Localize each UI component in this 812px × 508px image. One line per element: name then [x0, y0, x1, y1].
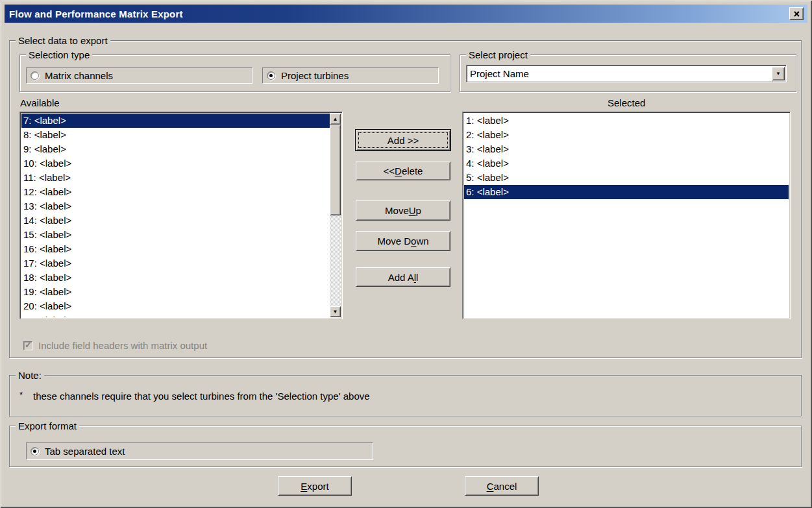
list-item-label: 4: <label>	[466, 158, 509, 169]
available-scrollbar[interactable]: ▲ ▼	[330, 114, 341, 317]
list-item-label: 13: <label>	[23, 200, 71, 212]
available-listbox: 7: <label> 8: <label> 9: <label> 10: <la…	[19, 112, 343, 319]
list-item[interactable]: 3: <label>	[464, 142, 789, 156]
list-item[interactable]: 9: <label>	[21, 142, 330, 156]
tab-separated-label: Tab separated text	[45, 446, 125, 457]
list-item-label: 7: <label>	[23, 115, 66, 126]
list-item[interactable]: 1: <label>	[464, 114, 789, 128]
list-item[interactable]: 8: <label>	[21, 128, 330, 142]
list-item[interactable]: 20: <label>	[21, 299, 330, 313]
include-headers-label: Include field headers with matrix output	[38, 340, 207, 351]
cancel-button[interactable]: Cancel	[465, 476, 539, 496]
list-item-label: 2: <label>	[466, 129, 509, 140]
list-item[interactable]: 10: <label>	[21, 156, 330, 171]
available-label: Available	[20, 97, 60, 108]
add-button[interactable]: Add >>	[356, 130, 450, 151]
checkbox-icon[interactable]	[23, 341, 32, 350]
add-button-label: Add >>	[388, 135, 419, 146]
selected-list-items: 1: <label> 2: <label> 3: <label> 4: <lab…	[464, 114, 789, 317]
scroll-down-button[interactable]: ▼	[330, 306, 341, 317]
asterisk-marker: *	[19, 390, 23, 400]
export-dialog: Flow and Performance Matrix Export Selec…	[0, 0, 812, 508]
select-data-group-label: Select data to export	[16, 35, 110, 46]
project-select-combobox[interactable]: Project Name ▼	[466, 65, 787, 82]
list-item[interactable]: 11: <label>	[21, 171, 330, 185]
list-item-label: 17: <label>	[23, 258, 71, 269]
combobox-dropdown-button[interactable]: ▼	[772, 67, 785, 80]
radio-icon[interactable]	[31, 447, 39, 455]
note-text: these channels require that you select t…	[33, 391, 370, 402]
move-up-button[interactable]: Move Up	[356, 200, 450, 221]
list-item-label: 9: <label>	[23, 143, 66, 154]
include-headers-option[interactable]: Include field headers with matrix output	[23, 340, 207, 351]
list-item[interactable]: 2: <label>	[464, 128, 789, 142]
selection-type-group-label: Selection type	[26, 49, 92, 60]
scrollbar-thumb[interactable]	[330, 125, 341, 215]
radio-icon[interactable]	[267, 71, 275, 80]
matrix-channels-label: Matrix channels	[45, 70, 113, 81]
list-item[interactable]: 16: <label>	[21, 242, 330, 256]
list-item[interactable]: 12: <label>	[21, 185, 330, 199]
title-bar[interactable]: Flow and Performance Matrix Export	[5, 5, 807, 23]
list-item[interactable]: 13: <label>	[21, 199, 330, 213]
list-item[interactable]: 19: <label>	[21, 285, 330, 299]
list-item-label: 16: <label>	[23, 243, 71, 254]
list-item-label: 20: <label>	[23, 300, 71, 311]
dialog-title: Flow and Performance Matrix Export	[5, 8, 183, 19]
list-item[interactable]: 17: <label>	[21, 256, 330, 271]
list-item[interactable]: 18: <label>	[21, 271, 330, 285]
list-item[interactable]: 21: <label>	[21, 313, 330, 317]
list-item-label: 5: <label>	[466, 172, 509, 183]
list-item-label: 6: <label>	[466, 186, 509, 197]
list-item[interactable]: 14: <label>	[21, 213, 330, 228]
list-item-label: 21: <label>	[23, 315, 71, 317]
selected-label: Selected	[608, 97, 645, 108]
chevron-down-icon: ▼	[776, 71, 781, 77]
list-item-label: 18: <label>	[23, 272, 71, 283]
list-item-label: 12: <label>	[23, 186, 71, 197]
list-item[interactable]: 7: <label>	[21, 114, 330, 128]
export-button[interactable]: Export	[278, 476, 352, 496]
select-project-group-label: Select project	[466, 49, 530, 60]
list-item[interactable]: 6: <label>	[464, 185, 789, 199]
list-item-label: 10: <label>	[23, 158, 71, 169]
list-item-label: 15: <label>	[23, 229, 71, 240]
list-item-label: 14: <label>	[23, 215, 71, 226]
available-list-items: 7: <label> 8: <label> 9: <label> 10: <la…	[21, 114, 330, 317]
radio-option-tab-separated[interactable]: Tab separated text	[26, 442, 373, 460]
list-item[interactable]: 15: <label>	[21, 228, 330, 242]
scroll-up-button[interactable]: ▲	[330, 114, 341, 125]
list-item-label: 3: <label>	[466, 143, 509, 154]
combobox-value: Project Name	[470, 67, 529, 80]
note-text-line: *these channels require that you select …	[19, 390, 370, 402]
note-group-label: Note:	[16, 370, 44, 381]
radio-option-project-turbines[interactable]: Project turbines	[262, 67, 439, 84]
project-turbines-label: Project turbines	[281, 70, 349, 81]
export-format-group-label: Export format	[16, 420, 79, 431]
close-icon	[794, 11, 800, 17]
radio-icon[interactable]	[31, 71, 39, 80]
list-item[interactable]: 5: <label>	[464, 171, 789, 185]
list-item-label: 8: <label>	[23, 129, 66, 140]
scroll-up-icon: ▲	[333, 117, 338, 122]
add-all-button[interactable]: Add All	[356, 267, 450, 287]
close-button[interactable]	[789, 7, 804, 20]
list-item-label: 1: <label>	[466, 115, 509, 126]
list-item[interactable]: 4: <label>	[464, 156, 789, 171]
scroll-down-icon: ▼	[333, 309, 338, 315]
radio-option-matrix-channels[interactable]: Matrix channels	[26, 67, 252, 84]
list-item-label: 11: <label>	[23, 172, 71, 183]
selected-listbox: 1: <label> 2: <label> 3: <label> 4: <lab…	[462, 112, 791, 319]
delete-button[interactable]: << Delete	[356, 162, 450, 180]
move-down-button[interactable]: Move Down	[356, 231, 450, 251]
list-item-label: 19: <label>	[23, 286, 71, 297]
